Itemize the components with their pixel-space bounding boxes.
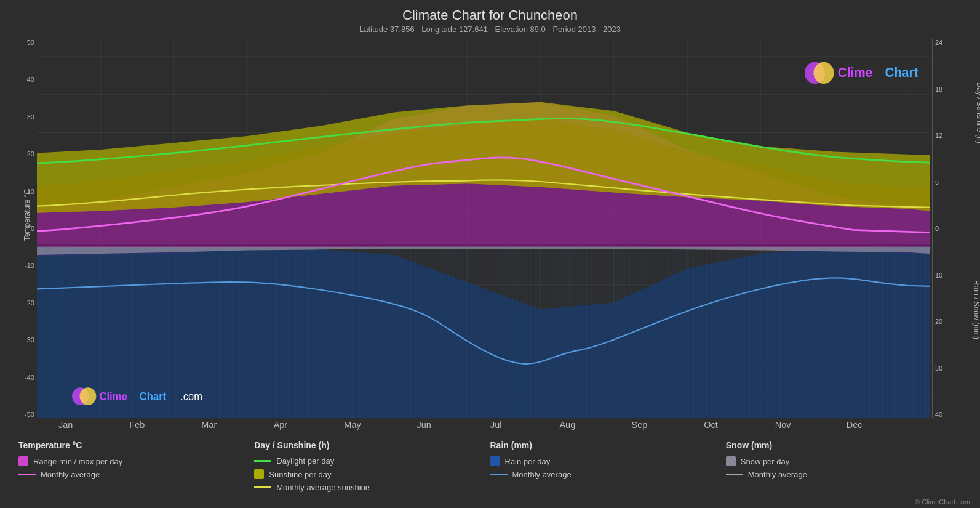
legend-title-sunshine: Day / Sunshine (h) xyxy=(254,440,490,450)
legend-col-rain: Rain (mm) Rain per day Monthly average xyxy=(490,440,726,492)
y-right-tick-6: 6 xyxy=(935,179,980,186)
legend-swatch-temp-range xyxy=(18,456,28,466)
svg-text:Clime: Clime xyxy=(100,391,127,403)
y-right-tick-18: 18 xyxy=(935,86,980,93)
y-tick-30: 30 xyxy=(27,113,34,121)
svg-text:May: May xyxy=(344,419,361,430)
legend-label-temp-range: Range min / max per day xyxy=(33,457,122,466)
legend-title-rain: Rain (mm) xyxy=(490,440,726,450)
y-right-tick-12: 12 xyxy=(935,132,980,139)
legend-item-daylight: Daylight per day xyxy=(254,456,490,466)
chart-svg: Clime Chart .com Clime Chart .com Jan Fe… xyxy=(37,38,930,432)
svg-text:.com: .com xyxy=(180,391,202,403)
svg-text:Sep: Sep xyxy=(632,419,648,430)
svg-text:Dec: Dec xyxy=(847,419,862,430)
legend-line-temp-avg xyxy=(18,474,36,475)
y-axis-left-label: Temperature °C xyxy=(23,189,31,241)
legend-swatch-sunshine xyxy=(254,469,264,479)
svg-text:Jun: Jun xyxy=(416,419,431,430)
legend-line-daylight xyxy=(254,460,271,462)
y-tick-n50: -50 xyxy=(25,411,34,418)
y-tick-n20: -20 xyxy=(25,299,34,307)
svg-text:Feb: Feb xyxy=(129,419,145,430)
legend-item-snow-avg: Monthly average xyxy=(726,470,962,479)
y-right-tick-30: 30 xyxy=(935,365,980,372)
y-axis-right: 24 18 12 6 0 10 20 30 40 Day / Sunshine … xyxy=(930,38,980,432)
y-tick-n10: -10 xyxy=(25,262,34,269)
legend-item-rain-per-day: Rain per day xyxy=(490,456,726,466)
legend-line-rain-avg xyxy=(490,474,508,475)
legend-line-sunshine-avg xyxy=(254,486,271,488)
y-right-tick-0a: 0 xyxy=(935,225,980,232)
y-tick-40: 40 xyxy=(27,76,34,83)
svg-text:Chart: Chart xyxy=(885,65,918,80)
legend-label-snow-avg: Monthly average xyxy=(748,470,807,479)
legend-line-snow-avg xyxy=(726,474,743,475)
legend-item-temp-range: Range min / max per day xyxy=(18,456,254,466)
chart-area-wrapper: Temperature °C 50 40 30 20 10 0 -10 -20 … xyxy=(0,38,980,432)
legend-swatch-snow xyxy=(726,456,736,466)
legend-item-rain-avg: Monthly average xyxy=(490,470,726,479)
svg-text:Apr: Apr xyxy=(274,419,288,430)
svg-rect-28 xyxy=(37,247,930,418)
svg-text:Nov: Nov xyxy=(775,419,791,430)
y-right-tick-10: 10 xyxy=(935,272,980,279)
chart-title: Climate Chart for Chuncheon xyxy=(0,0,980,25)
legend-item-temp-avg: Monthly average xyxy=(18,470,254,479)
legend-col-temperature: Temperature °C Range min / max per day M… xyxy=(18,440,254,492)
y-tick-n40: -40 xyxy=(25,374,34,381)
legend-label-sunshine: Sunshine per day xyxy=(269,470,331,479)
legend-col-snow: Snow (mm) Snow per day Monthly average xyxy=(726,440,962,492)
main-chart: Clime Chart .com Clime Chart .com Jan Fe… xyxy=(37,38,930,432)
svg-point-37 xyxy=(79,387,96,405)
svg-text:Jan: Jan xyxy=(58,419,73,430)
legend-item-sunshine: Sunshine per day xyxy=(254,469,490,479)
svg-text:Clime: Clime xyxy=(838,65,872,80)
legend-label-rain-avg: Monthly average xyxy=(512,470,572,479)
legend-col-sunshine: Day / Sunshine (h) Daylight per day Suns… xyxy=(254,440,490,492)
y-axis-right-bottom-label: Rain / Snow (mm) xyxy=(972,280,980,339)
svg-text:Jul: Jul xyxy=(490,419,502,430)
y-right-tick-24: 24 xyxy=(935,39,980,46)
svg-text:Chart: Chart xyxy=(140,391,167,403)
legend-item-snow-per-day: Snow per day xyxy=(726,456,962,466)
y-tick-20: 20 xyxy=(27,150,34,158)
copyright: © ClimeChart.com xyxy=(0,497,980,508)
legend-label-temp-avg: Monthly average xyxy=(41,470,100,479)
y-tick-50: 50 xyxy=(27,39,34,46)
svg-point-32 xyxy=(813,62,834,84)
svg-text:Mar: Mar xyxy=(201,419,217,430)
legend-label-snow-per-day: Snow per day xyxy=(741,457,790,466)
chart-container: Climate Chart for Chuncheon Latitude 37.… xyxy=(0,0,980,508)
svg-text:Oct: Oct xyxy=(704,419,718,430)
y-axis-left: Temperature °C 50 40 30 20 10 0 -10 -20 … xyxy=(0,38,37,432)
y-right-tick-40: 40 xyxy=(935,411,980,418)
y-tick-n30: -30 xyxy=(25,336,34,344)
legend-title-snow: Snow (mm) xyxy=(726,440,962,450)
legend-item-sunshine-avg: Monthly average sunshine xyxy=(254,483,490,492)
legend-swatch-rain xyxy=(490,456,500,466)
legend-label-daylight: Daylight per day xyxy=(276,456,334,466)
svg-text:Aug: Aug xyxy=(559,419,575,430)
legend-area: Temperature °C Range min / max per day M… xyxy=(0,432,980,497)
legend-title-temp: Temperature °C xyxy=(18,440,254,450)
chart-subtitle: Latitude 37.856 - Longitude 127.641 - El… xyxy=(0,25,980,38)
legend-label-sunshine-avg: Monthly average sunshine xyxy=(276,483,370,492)
y-axis-right-top-label: Day / Sunshine (h) xyxy=(974,82,980,143)
legend-label-rain-per-day: Rain per day xyxy=(505,457,551,466)
